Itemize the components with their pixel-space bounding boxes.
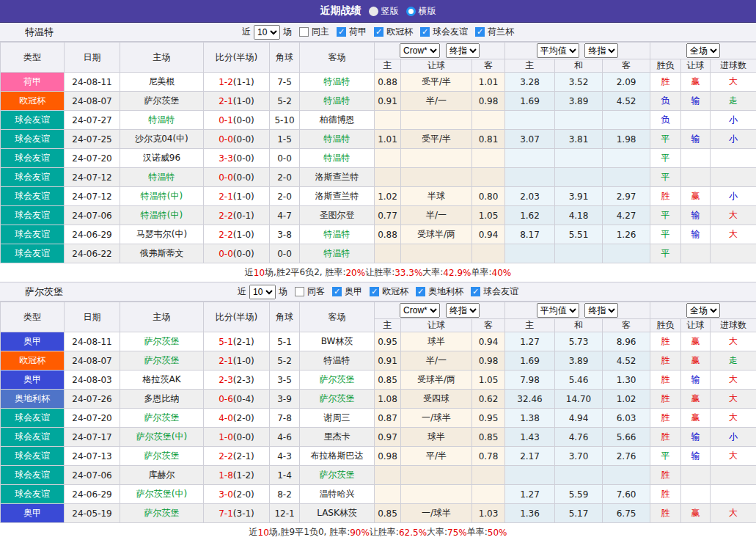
col-avg-home: 主	[505, 319, 555, 332]
result-cell: 平	[650, 447, 681, 466]
match-count-select[interactable]: 10	[254, 25, 280, 40]
match-row: 球会友谊24-06-29萨尔茨堡(中)3-0(2-0)8-2温特哈兴1.275.…	[1, 485, 756, 504]
match-date: 24-07-27	[65, 111, 120, 130]
radio-unselected-icon[interactable]	[406, 7, 416, 16]
match-row: 奥甲24-05-19萨尔茨堡7-1(3-1)12-1LASK林茨0.85一/球半…	[1, 504, 756, 523]
near-label: 近	[238, 285, 246, 298]
final-odds-select-2[interactable]: 终指	[584, 43, 618, 58]
home-team-cell: 萨尔茨堡	[120, 351, 204, 371]
odds-away-cell: 1.01	[472, 73, 505, 92]
home-team-cell: 特温特(中)	[120, 187, 204, 206]
odds-handicap-cell: 一/球半	[401, 504, 472, 523]
match-date: 24-07-17	[65, 428, 120, 447]
league-checkbox[interactable]	[471, 287, 480, 296]
league-badge: 球会友谊	[1, 466, 65, 485]
score-cell: 0-0(0-0)	[204, 168, 270, 187]
same-venue-checkbox[interactable]	[295, 287, 304, 296]
result-cell: 胜	[650, 428, 681, 447]
away-team-cell: 圣图尔登	[300, 206, 375, 225]
summary-segment: 大率:	[427, 526, 447, 539]
home-team-cell: 特温特	[120, 168, 204, 187]
avg-away-cell: 2.76	[603, 447, 650, 466]
bookmaker-select[interactable]: Crow*	[400, 43, 440, 58]
summary-segment: 场,胜9平1负0, 胜率:	[269, 526, 350, 539]
odds-away-cell: 0.98	[472, 351, 505, 371]
league-label: 荷兰杯	[488, 26, 514, 38]
final-odds-select-2[interactable]: 终指	[584, 303, 618, 318]
goals-cell	[711, 244, 756, 263]
league-checkbox[interactable]	[374, 27, 383, 37]
radio-selected-icon[interactable]	[369, 7, 378, 16]
match-date: 24-07-12	[65, 168, 120, 187]
league-badge: 欧冠杯	[1, 92, 65, 111]
summary-segment: 50%	[488, 528, 507, 538]
handicap-result-cell: 赢	[681, 351, 711, 371]
col-home: 主场	[120, 43, 204, 73]
league-checkbox[interactable]	[416, 287, 425, 296]
same-venue-checkbox[interactable]	[299, 27, 309, 37]
league-checkbox[interactable]	[337, 27, 346, 37]
same-venue-label: 同客	[307, 285, 325, 298]
avg-home-cell	[505, 149, 555, 168]
filter-controls: 近 10 场 同客 奥甲 欧冠杯 奥地利杯 球会友谊	[238, 285, 518, 299]
league-badge: 球会友谊	[1, 187, 65, 206]
handicap-result-cell	[681, 168, 711, 187]
period-select[interactable]: 全场	[686, 303, 720, 318]
corner-cell: 0-0	[270, 149, 300, 168]
odds-away-cell	[472, 111, 505, 130]
avg-draw-cell	[555, 149, 603, 168]
avg-home-cell: 1.27	[505, 485, 555, 504]
league-checkbox[interactable]	[420, 27, 430, 37]
league-badge: 球会友谊	[1, 111, 65, 130]
league-checkbox[interactable]	[370, 287, 379, 296]
col-corner: 角球	[270, 43, 300, 73]
away-team-cell: 洛斯查兰特	[300, 168, 375, 187]
away-team-cell: 萨尔茨堡	[300, 466, 375, 485]
match-row: 奥甲24-08-11萨尔茨堡5-1(2-1)5-1BW林茨0.95球半0.941…	[1, 332, 756, 351]
match-count-select[interactable]: 10	[249, 285, 276, 299]
match-row: 荷甲24-08-11尼美根1-2(1-1)7-5特温特0.88受平/半1.013…	[1, 73, 756, 92]
avg-away-cell: 4.52	[603, 92, 650, 111]
league-checkbox[interactable]	[332, 287, 342, 296]
layout-horizontal-option[interactable]: 横版	[406, 5, 436, 18]
corner-cell: 2-0	[270, 168, 300, 187]
final-odds-select[interactable]: 终指	[446, 43, 480, 58]
avg-away-cell	[603, 111, 650, 130]
match-date: 24-08-11	[65, 332, 120, 351]
col-result: 胜负	[650, 319, 681, 332]
bookmaker-select[interactable]: Crow*	[400, 303, 440, 318]
layout-vertical-option[interactable]: 竖版	[369, 5, 399, 18]
odds-home-cell	[375, 244, 401, 263]
avg-home-cell	[505, 111, 555, 130]
score-cell: 2-1(1-0)	[204, 92, 270, 111]
period-select-cell: 全场	[650, 302, 756, 319]
final-odds-select[interactable]: 终指	[446, 303, 480, 318]
odds-home-cell: 0.91	[375, 92, 401, 111]
league-badge: 奥甲	[1, 371, 65, 390]
match-date: 24-07-20	[65, 409, 120, 428]
col-odds-home: 主	[375, 319, 401, 332]
score-cell: 2-3(2-3)	[204, 371, 270, 390]
away-team-cell: 里杰卡	[300, 428, 375, 447]
result-cell: 胜	[650, 351, 681, 371]
away-team-cell: 特温特	[300, 92, 375, 111]
summary-segment: 近	[245, 266, 254, 279]
league-checkbox[interactable]	[475, 27, 485, 37]
goals-cell: 大	[711, 504, 756, 523]
period-select[interactable]: 全场	[686, 43, 720, 58]
avg-draw-cell	[555, 168, 603, 187]
result-cell: 平	[650, 225, 681, 244]
odds-home-cell	[375, 111, 401, 130]
col-avg-away: 客	[603, 59, 650, 73]
home-team-cell: 格拉茨AK	[120, 371, 204, 390]
summary-segment: 10	[258, 528, 269, 538]
odds-away-cell: 0.78	[472, 447, 505, 466]
home-team-cell: 特温特(中)	[120, 206, 204, 225]
avg-away-cell: 1.98	[603, 130, 650, 149]
corner-cell: 1-5	[270, 130, 300, 149]
away-team-cell: 谢周三	[300, 409, 375, 428]
average-select[interactable]: 平均值	[537, 303, 579, 318]
result-cell: 平	[650, 149, 681, 168]
average-select[interactable]: 平均值	[537, 43, 579, 58]
home-team-cell: 萨尔茨堡(中)	[120, 428, 204, 447]
